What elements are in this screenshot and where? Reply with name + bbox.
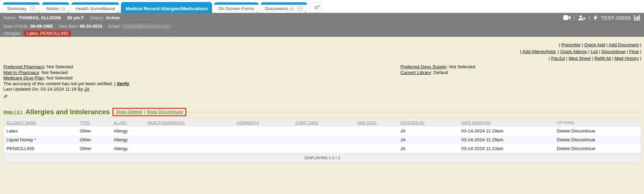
link-quick-allergy[interactable]: Quick Allergy [560, 49, 587, 54]
col-header-label: START DATE [295, 121, 318, 125]
cell-type: Other [77, 144, 111, 153]
external-link-circle-icon[interactable]: ↗ [30, 6, 36, 11]
verify-link[interactable]: Verify [117, 81, 129, 86]
tab-label: Health Surveillance [76, 6, 115, 11]
link-discontinue[interactable]: Discontinue [602, 49, 626, 54]
link-preferred-days-supply[interactable]: Preferred Days Supply [400, 64, 446, 69]
app-window: Summary↗Admin(1)Health SurveillanceMedic… [0, 0, 644, 194]
delete-link[interactable]: Delete [557, 146, 570, 151]
allergies-label: Allergies: [3, 31, 21, 36]
pharmacy-row-medicare-drug-plan: Medicare Drug Plan: Not Selected [3, 75, 641, 81]
link-add-allergy-intol[interactable]: Add Allergy/Intol. [522, 49, 557, 54]
tab-on-screen-forms[interactable]: On Screen Forms [214, 2, 259, 13]
col-header-end-date[interactable]: END DATE [355, 118, 398, 127]
cell-options: Delete Discontinue [554, 127, 641, 136]
col-header-comments[interactable]: COMMENTS [234, 118, 293, 127]
show-deleted-link[interactable]: Show Deleted [116, 110, 142, 114]
hire-date-value: 08-24-2015 [80, 24, 102, 29]
dob-label: Date of birth: [3, 24, 28, 29]
col-header-type[interactable]: TYPE [77, 118, 111, 127]
gears-icon[interactable]: ⚙ ⚙ [310, 2, 322, 13]
link-med-history[interactable]: Med History [615, 56, 639, 61]
cell-al-int: Allergy [111, 127, 145, 136]
cell-start-date [293, 127, 355, 136]
link-list[interactable]: List [591, 49, 598, 54]
verify-line: The accuracy of this content has not yet… [3, 81, 641, 87]
allergies-badge[interactable]: Latex, PENICILLINS [24, 30, 71, 37]
value: Not Selected [42, 70, 68, 75]
tab-health-surveillance[interactable]: Health Surveillance [71, 2, 119, 13]
show-discontinued-link[interactable]: Show Discontinued [147, 110, 183, 114]
link-quick-add[interactable]: Quick Add [584, 42, 605, 47]
pharmacy-row-mail-in-pharmacy: Mail-In Pharmacy: Not Selected [3, 70, 641, 76]
patient-id: TEST-10033 [601, 15, 630, 21]
email-label: Email: [108, 24, 121, 29]
tab-count-badge: (1) [60, 6, 65, 11]
external-link-circle-icon[interactable]: ↗ [297, 6, 303, 11]
tab-summary[interactable]: Summary↗ [3, 2, 40, 13]
pharmacy-info: Preferred Pharmacy: Not SelectedMail-In … [3, 64, 641, 100]
tab-documents[interactable]: Documents(1)↗ [261, 2, 307, 13]
col-header-label: END DATE [358, 121, 377, 125]
cell-start-date [293, 144, 355, 153]
cell-reaction [145, 127, 234, 136]
cell-start-date [293, 136, 355, 144]
col-header-allergy-name[interactable]: ALLERGY NAME [4, 118, 77, 127]
cell-al-int: Allergy [111, 136, 145, 144]
add-person-icon[interactable] [578, 15, 585, 20]
link-current-library[interactable]: Current Library [400, 70, 431, 75]
link-prescribe[interactable]: Prescribe [561, 42, 581, 47]
col-header-entered-by[interactable]: ENTERED BY [398, 118, 459, 127]
delete-link[interactable]: Delete [557, 137, 570, 142]
link-flow[interactable]: Flow [629, 49, 639, 54]
tab-admin[interactable]: Admin(1) [42, 2, 69, 13]
patient-banner-row3: Allergies: Latex, PENICILLINS [3, 29, 641, 37]
pencil-icon[interactable]: ✎ [3, 94, 8, 100]
link-add-document[interactable]: Add Document [608, 42, 639, 47]
last-updated-by-link[interactable]: JA [84, 87, 89, 92]
col-header-label: REACTION/REASON [148, 121, 185, 125]
tab-medical-record-allergies-medications[interactable]: Medical Record:Allergies/Medications [121, 2, 212, 13]
hide-link[interactable]: Hide ( 3 ) [3, 110, 22, 115]
link-mail-in-pharmacy[interactable]: Mail-In Pharmacy [3, 70, 39, 75]
col-header-al-int[interactable]: AL./INT. [111, 118, 145, 127]
link-medicare-drug-plan[interactable]: Medicare Drug Plan [3, 75, 44, 80]
cell-al-int: Allergy [111, 144, 145, 153]
supply-row-current-library: Current Library: Default [400, 70, 475, 76]
col-header-date-modified[interactable]: DATE MODIFIED [459, 118, 554, 127]
lightning-icon[interactable] [594, 15, 598, 21]
discontinue-link[interactable]: Discontinue [571, 137, 595, 142]
patient-banner-row2: Date of birth: 08-09-1985 Hire date: 08-… [3, 22, 641, 29]
cell-date-modified: 03-14-2024 11:10am [459, 144, 554, 153]
cell-reaction [145, 144, 234, 153]
cell-end-date [355, 144, 398, 153]
bar-chart-icon[interactable] [634, 15, 641, 21]
cell-date-modified: 03-14-2024 11:19am [459, 127, 554, 136]
video-camera-icon[interactable] [563, 15, 570, 20]
link-pat-ed[interactable]: Pat.Ed [551, 56, 565, 61]
value: Not Selected [47, 64, 73, 69]
link-med-sheet[interactable]: Med Sheet [568, 56, 590, 61]
col-header-reaction-reason[interactable]: REACTION/REASON [145, 118, 234, 127]
tab-label: On Screen Forms [218, 6, 254, 11]
annotation-highlight-box: Show Deleted | Show Discontinued [112, 108, 186, 116]
col-header-label: COMMENTS [237, 121, 259, 125]
dob-value: 08-09-1985 [30, 24, 53, 29]
cell-end-date [355, 136, 398, 144]
verify-text: The accuracy of this content has not yet… [3, 81, 116, 86]
supply-info: Preferred Days Supply: Not SelectedCurre… [400, 64, 475, 75]
col-header-start-date[interactable]: START DATE [293, 118, 355, 127]
cell-entered-by: JA [398, 136, 459, 144]
link-refill-all[interactable]: Refill All [595, 56, 611, 61]
delete-link[interactable]: Delete [557, 128, 570, 134]
table-row-penicillins: PENICILLINSOtherAllergyJA03-14-2024 11:1… [4, 144, 641, 153]
discontinue-link[interactable]: Discontinue [571, 128, 595, 134]
cell-comments [234, 144, 293, 153]
discontinue-link[interactable]: Discontinue [571, 146, 595, 151]
link-preferred-pharmacy[interactable]: Preferred Pharmacy [3, 64, 44, 69]
tab-label: Documents [265, 6, 288, 11]
email-value-redacted: xxxxxx@xxxxxx.xxx [122, 24, 170, 29]
pharmacy-row-preferred-pharmacy: Preferred Pharmacy: Not Selected [3, 64, 641, 70]
cell-type: Other [77, 127, 111, 136]
patient-name: THOMAS, ALLISON [19, 15, 61, 20]
